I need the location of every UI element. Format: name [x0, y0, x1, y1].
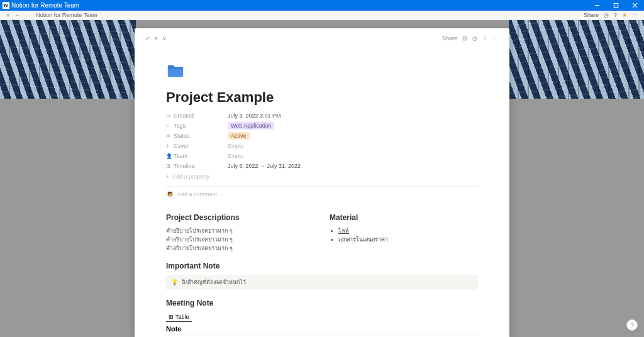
page-updates-icon[interactable]: ◷ — [470, 35, 480, 41]
add-property-button[interactable]: + Add a property — [166, 171, 478, 182]
peek-down-icon[interactable]: ∨ — [160, 35, 169, 41]
tag-active[interactable]: Active — [228, 132, 250, 140]
help-bubble-label: ? — [630, 322, 634, 329]
plus-icon: + — [166, 174, 172, 180]
more-icon[interactable]: ⋯ — [630, 12, 640, 18]
link-icon: 𐠒 — [166, 143, 172, 149]
table-view-label: Table — [175, 314, 189, 320]
expand-icon[interactable]: ⤢ — [143, 35, 152, 41]
prop-timeline-key: Timeline — [172, 163, 228, 169]
page-icon-folder[interactable] — [166, 62, 478, 83]
comment-input-row[interactable]: 🧑 Add a comment... — [166, 186, 478, 202]
back-button[interactable]: ← — [12, 12, 23, 18]
breadcrumb[interactable]: Notion for Remote Team — [33, 12, 97, 18]
prop-timeline-value: July 6, 2022 → July 31, 2022 — [228, 163, 301, 169]
share-button[interactable]: Share — [581, 12, 601, 18]
important-note-callout[interactable]: 💡 สิ่งสำคัญที่ต้องจดจำหนักไว้ — [166, 275, 478, 290]
page-share-button[interactable]: Share — [440, 35, 460, 41]
important-note-text: สิ่งสำคัญที่ต้องจดจำหนักไว้ — [182, 278, 246, 287]
table-header-row: AaName ≡Tags 👤Team ◷Created time — [166, 334, 478, 337]
page-pane: ⤢ ∧ ∨ Share ⊟ ◷ ☆ ⋯ Project Example ◷ Cr… — [135, 20, 509, 337]
window-close-button[interactable] — [625, 0, 644, 11]
app-logo-icon: N — [3, 2, 9, 9]
prop-cover[interactable]: 𐠒 Cover Empty — [166, 141, 478, 151]
page-star-icon[interactable]: ☆ — [480, 35, 490, 41]
comment-placeholder: Add a comment... — [177, 191, 222, 197]
lightbulb-icon: 💡 — [171, 279, 178, 285]
calendar-icon: 🗓 — [166, 163, 172, 169]
window-minimize-button[interactable] — [587, 0, 606, 11]
clock-icon: ◷ — [166, 113, 172, 119]
menu-icon[interactable]: ≡ — [4, 12, 12, 18]
table-icon: ⊞ — [169, 314, 174, 320]
forward-button[interactable]: → — [23, 12, 33, 18]
note-db-title[interactable]: Note — [166, 322, 478, 334]
desc-line-2[interactable]: คำอธิบายโปรเจคยาวมาก ๆ — [166, 235, 314, 244]
page-comments-icon[interactable]: ⊟ — [460, 35, 470, 41]
prop-cover-key: Cover — [172, 143, 228, 149]
window-titlebar: N Notion for Remote Team — [0, 0, 644, 11]
cover-image-right — [509, 20, 644, 99]
page-properties: ◷ Created July 3, 2022 3:01 PM ≡ Tags We… — [166, 111, 478, 182]
prop-cover-value: Empty — [228, 143, 244, 149]
status-icon: ✲ — [166, 133, 172, 139]
material-item-1[interactable]: ไฟล์ — [338, 226, 478, 235]
svg-rect-1 — [614, 3, 618, 7]
cover-image-left — [0, 20, 136, 99]
prop-created-key: Created — [172, 113, 228, 119]
prop-tags-key: Tags — [172, 123, 228, 129]
prop-timeline[interactable]: 🗓 Timeline July 6, 2022 → July 31, 2022 — [166, 161, 478, 171]
window-title: Notion for Remote Team — [11, 2, 587, 9]
page-card: ⤢ ∧ ∨ Share ⊟ ◷ ☆ ⋯ Project Example ◷ Cr… — [135, 28, 509, 337]
prop-status[interactable]: ✲ Status Active — [166, 131, 478, 141]
project-descriptions-heading[interactable]: Project Descriptions — [166, 213, 314, 222]
add-property-label: Add a property — [172, 174, 209, 180]
page-title[interactable]: Project Example — [166, 89, 478, 106]
person-icon: 👤 — [166, 153, 172, 159]
tags-icon: ≡ — [166, 123, 172, 129]
help-bubble-button[interactable]: ? — [626, 319, 638, 331]
prop-team[interactable]: 👤 Team Empty — [166, 151, 478, 161]
window-maximize-button[interactable] — [606, 0, 625, 11]
prop-status-key: Status — [172, 133, 228, 139]
page-more-icon[interactable]: ⋯ — [490, 35, 501, 41]
peek-up-icon[interactable]: ∧ — [152, 35, 160, 41]
app-toolbar: ≡ ← → Notion for Remote Team Share ◷ ? ★… — [0, 11, 644, 20]
table-view-tab[interactable]: ⊞ Table — [166, 312, 192, 322]
page-card-tools: ⤢ ∧ ∨ Share ⊟ ◷ ☆ ⋯ — [143, 34, 501, 43]
material-section: Material ไฟล์ เอกสารโนเสนอราคา — [330, 213, 478, 253]
prop-team-value: Empty — [228, 153, 244, 159]
material-item-2[interactable]: เอกสารโนเสนอราคา — [338, 235, 478, 244]
prop-created[interactable]: ◷ Created July 3, 2022 3:01 PM — [166, 111, 478, 121]
avatar-icon: 🧑 — [166, 191, 174, 198]
desc-line-3[interactable]: คำอธิบายโปรเจคยาวมาก ๆ — [166, 244, 314, 253]
meeting-note-heading[interactable]: Meeting Note — [166, 299, 478, 307]
prop-created-value: July 3, 2022 3:01 PM — [228, 113, 281, 119]
prop-team-key: Team — [172, 153, 228, 159]
meeting-note-database: ⊞ Table Note AaName ≡Tags 👤Team ◷Created… — [166, 312, 478, 337]
prop-tags[interactable]: ≡ Tags Web Application — [166, 121, 478, 131]
clock-icon[interactable]: ◷ — [601, 12, 611, 18]
desc-line-1[interactable]: คำอธิบายโปรเจคยาวมาก ๆ — [166, 226, 314, 235]
tag-web-application[interactable]: Web Application — [228, 122, 274, 130]
star-icon[interactable]: ★ — [619, 12, 630, 18]
important-note-heading[interactable]: Important Note — [166, 262, 478, 270]
help-icon[interactable]: ? — [611, 12, 619, 18]
project-descriptions-section: Project Descriptions คำอธิบายโปรเจคยาวมา… — [166, 213, 314, 253]
material-heading[interactable]: Material — [330, 213, 478, 222]
